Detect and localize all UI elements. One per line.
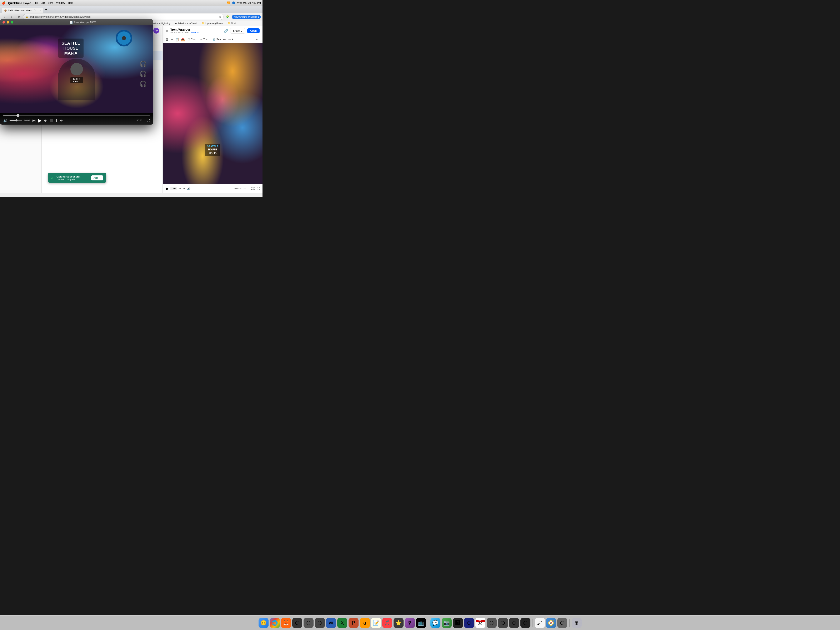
app-name: QuickTime Player <box>8 2 31 5</box>
send-icon: 📡 <box>213 38 216 41</box>
active-tab[interactable]: 📦 SHM Videos and Mixes - Dro... × <box>2 8 43 13</box>
user-avatar[interactable]: PP <box>153 28 159 33</box>
video-art-background <box>163 43 262 184</box>
apple-icon[interactable]: 🍎 <box>2 1 5 5</box>
qt-volume-slider[interactable] <box>9 120 22 121</box>
new-chrome-badge[interactable]: New Chrome available ℹ <box>232 15 261 19</box>
crop-icon: ⊡ <box>188 38 190 41</box>
help-menu[interactable]: Help <box>68 2 73 5</box>
share-label: Share <box>233 29 240 32</box>
bookmark-music[interactable]: 📁 Music <box>226 22 238 25</box>
qt-filename: Trent Wrapper.MOV <box>74 21 96 24</box>
menubar: 🍎 QuickTime Player File Edit View Window… <box>0 0 262 6</box>
toast-add-label: Add <box>93 177 98 179</box>
bookmark-label-sfclassic: Salesforce - Classic <box>177 22 198 25</box>
restore-icon[interactable]: ↩ <box>171 38 173 41</box>
panel-speed-button[interactable]: 1.0x <box>171 187 177 190</box>
cc-icon[interactable]: CC <box>251 187 255 190</box>
trim-icon: ✂ <box>201 38 202 41</box>
toast-add-button[interactable]: Add ⌄ <box>91 175 103 180</box>
bluetooth-icon[interactable]: 🔵 <box>232 2 235 5</box>
trim-action[interactable]: ✂ Trim <box>199 37 210 41</box>
vinyl-art <box>115 30 132 46</box>
crop-action[interactable]: ⊡ Crop <box>187 37 197 41</box>
qt-fastforward-button[interactable]: ⏭ <box>44 118 47 123</box>
browser-chrome: 📦 SHM Videos and Mixes - Dro... × + <box>0 6 262 13</box>
right-panel-header: ✕ Trent Wrapper MOV · 330.61 MB File inf… <box>163 26 262 36</box>
qt-progress-fill <box>3 115 18 116</box>
copy-icon[interactable]: 📋 <box>175 38 179 41</box>
new-tab-button[interactable]: + <box>44 7 49 12</box>
qt-minimize-button[interactable] <box>7 21 9 24</box>
new-chrome-label: New Chrome available <box>234 16 257 18</box>
qt-share-button[interactable]: ⬆ <box>55 118 58 123</box>
file-type-meta: MOV · 330.61 MB <box>171 31 188 34</box>
panel-filename: Trent Wrapper <box>171 28 222 31</box>
bookmark-icon-events: 📁 <box>202 22 205 25</box>
menubar-right: 📶 🔵 Wed Mar 20 7:53 PM <box>227 2 261 5</box>
panel-rewind-icon[interactable]: ↩ <box>178 187 181 190</box>
send-track-action[interactable]: 📡 Send and track <box>211 37 235 41</box>
address-bar[interactable]: 🔒 dropbox.com/home/SHM%20Videos%20and%20… <box>23 14 224 20</box>
qt-maximize-button[interactable] <box>11 21 13 24</box>
file-info-link[interactable]: File info <box>191 31 199 34</box>
tab-close-button[interactable]: × <box>39 9 41 12</box>
reload-button[interactable]: ↻ <box>16 14 22 20</box>
person-figure: Ikuta oKake... <box>58 59 95 100</box>
panel-toolbar: 🗑 ↩ 📋 📤 ⊡ Crop ✂ Trim 📡 Send and track <box>163 36 262 43</box>
bookmark-icon-sfclassic: ☁ <box>175 22 177 25</box>
qt-titlebar: 📄 Trent Wrapper.MOV <box>0 19 153 25</box>
right-panel: ✕ Trent Wrapper MOV · 330.61 MB File inf… <box>163 26 262 193</box>
extensions-button[interactable]: 🧩 <box>225 14 231 20</box>
shm-qt-s: SEATTLE <box>62 41 80 46</box>
share-button[interactable]: Share ⌄ <box>230 28 245 33</box>
bookmark-sfclassic[interactable]: ☁ Salesforce - Classic <box>173 22 199 25</box>
qt-pip-button[interactable]: ⬛ <box>50 119 53 122</box>
qt-volume-icon[interactable]: 🔊 <box>3 118 8 123</box>
browser-tabs: 📦 SHM Videos and Mixes - Dro... × + <box>2 7 261 13</box>
file-menu[interactable]: File <box>34 2 38 5</box>
upload-toast: ✓ Upload successful! 1 upload complete A… <box>48 173 106 183</box>
panel-fullscreen-icon[interactable]: ⛶ <box>257 187 260 190</box>
panel-replay-icon[interactable]: ↪ <box>183 187 185 190</box>
view-menu[interactable]: View <box>48 2 53 5</box>
move-icon[interactable]: 📤 <box>181 38 185 41</box>
window-menu[interactable]: Window <box>56 2 65 5</box>
panel-bottom-controls: ▶ 1.0x ↩ ↪ 🔊 0:00.0 / 0:00.0 CC ⛶ <box>163 184 262 193</box>
forward-button[interactable]: › <box>9 14 14 20</box>
link-icon[interactable]: 🔗 <box>224 29 228 33</box>
panel-volume-icon[interactable]: 🔊 <box>187 187 190 190</box>
qt-skip-button[interactable]: ⏭ <box>60 118 63 122</box>
toast-check-icon: ✓ <box>51 175 54 180</box>
time-display: Wed Mar 20 7:53 PM <box>237 2 261 5</box>
qt-play-button[interactable]: ▶ <box>38 117 42 123</box>
qt-file-icon: 📄 <box>70 21 73 24</box>
panel-close-button[interactable]: ✕ <box>166 29 168 33</box>
qt-fullscreen-button[interactable]: ⛶ <box>147 118 150 122</box>
more-icon: ··· <box>256 38 258 41</box>
panel-play-button[interactable]: ▶ <box>166 186 169 191</box>
star-icon[interactable]: ☆ <box>219 16 221 18</box>
qt-close-button[interactable] <box>3 21 5 24</box>
trim-label: Trim <box>203 38 208 41</box>
bookmark-icon-music: 📁 <box>227 22 231 25</box>
qt-controls-row: 🔊 00:03 ⏮ ▶ ⏭ ⬛ ⬆ ⏭ 00:33 ⛶ <box>3 117 150 123</box>
delete-icon[interactable]: 🗑 <box>166 38 169 41</box>
address-text: dropbox.com/home/SHM%20Videos%20and%20Mi… <box>30 16 218 18</box>
headphone-1: 🎧 <box>140 60 147 67</box>
qt-rewind-button[interactable]: ⏮ <box>32 118 36 123</box>
wifi-icon[interactable]: 📶 <box>227 2 230 5</box>
tab-title: SHM Videos and Mixes - Dro... <box>8 9 38 12</box>
more-actions-button[interactable]: ··· <box>255 37 260 41</box>
toast-chevron-icon: ⌄ <box>99 177 101 179</box>
back-button[interactable]: ‹ <box>2 14 8 20</box>
open-button[interactable]: Open <box>247 28 260 33</box>
panel-time-display: 0:00.0 / 0:00.0 <box>234 187 249 190</box>
qt-progress-thumb[interactable] <box>16 114 19 117</box>
edit-menu[interactable]: Edit <box>41 2 45 5</box>
qt-progress-bar[interactable] <box>3 115 150 116</box>
toast-text: Upload successful! 1 upload complete <box>57 175 89 181</box>
shm-qt-m: MAFIA <box>62 51 80 55</box>
send-track-label: Send and track <box>216 38 233 41</box>
bookmark-events[interactable]: 📁 Upcoming Events <box>201 22 224 25</box>
